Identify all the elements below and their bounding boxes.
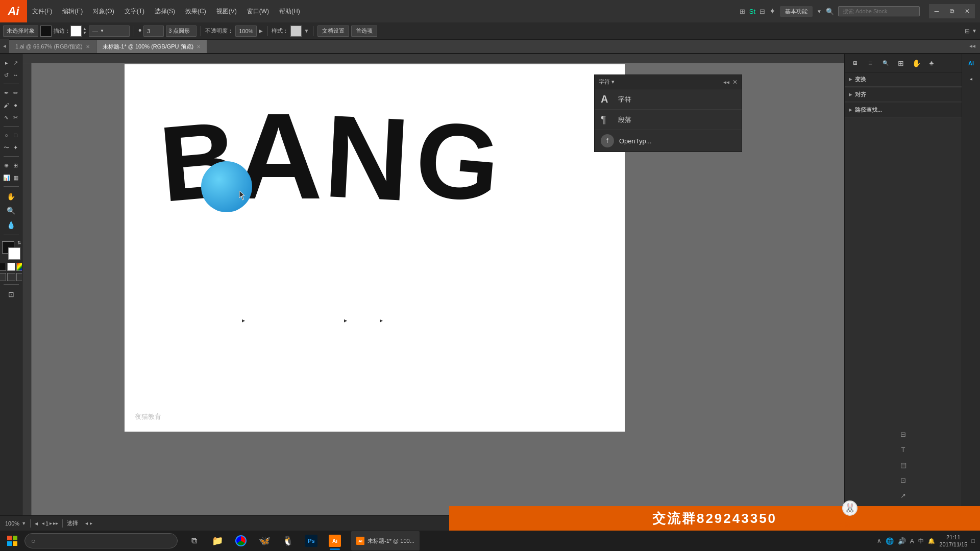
qq-button[interactable]: 🐧 bbox=[277, 531, 299, 551]
workspace-dropdown-icon[interactable]: ▼ bbox=[817, 9, 822, 14]
style-swatch[interactable] bbox=[290, 26, 302, 37]
panel-link-icon[interactable]: ⊡ bbox=[897, 473, 910, 487]
workspace-button[interactable]: 基本功能 bbox=[780, 6, 813, 17]
panel-icon-4[interactable]: ⊞ bbox=[894, 57, 908, 70]
rotate-tool[interactable]: ↺ bbox=[2, 69, 11, 81]
notification-icon[interactable]: 🔔 bbox=[928, 538, 935, 544]
open-window-item[interactable]: Ai 未标题-1* @ 100... bbox=[351, 531, 420, 550]
panel-collapse-left[interactable]: ◂ bbox=[0, 39, 9, 53]
doc-settings-button[interactable]: 文档设置 bbox=[317, 26, 349, 37]
opacity-right-arrow[interactable]: ▶ bbox=[259, 28, 263, 34]
notification-panel-icon[interactable]: □ bbox=[971, 538, 975, 544]
stroke-style-dropdown[interactable]: —▼ bbox=[89, 26, 130, 37]
ellipse-tool[interactable]: ○ bbox=[2, 130, 11, 141]
tray-expand-icon[interactable]: ∧ bbox=[877, 537, 881, 544]
minimize-button[interactable]: ─ bbox=[929, 4, 944, 18]
pencil-tool[interactable]: ✏ bbox=[11, 87, 20, 98]
volume-icon[interactable]: 🔊 bbox=[898, 537, 906, 545]
explorer-button[interactable]: 📁 bbox=[206, 531, 229, 551]
page-controls[interactable]: ◂ 1 ▸ ▸▸ bbox=[42, 520, 58, 527]
menu-window[interactable]: 窗口(W) bbox=[242, 0, 274, 22]
menu-effect[interactable]: 效果(C) bbox=[180, 0, 211, 22]
stroke-down-arrow[interactable]: ▼ bbox=[83, 31, 87, 35]
pen-tool[interactable]: ✒ bbox=[2, 87, 11, 98]
direct-selection-tool[interactable]: ↗ bbox=[11, 57, 20, 68]
white-swatch[interactable] bbox=[7, 263, 15, 271]
search-input[interactable] bbox=[838, 6, 920, 16]
tab-1[interactable]: 1.ai @ 66.67% (RGB/预览) ✕ bbox=[9, 40, 96, 53]
task-view-button[interactable]: ⧉ bbox=[183, 531, 205, 551]
point-style-dropdown[interactable]: 3 点圆形 bbox=[166, 26, 197, 37]
menu-edit[interactable]: 编辑(E) bbox=[57, 0, 88, 22]
zoom-tool[interactable]: 🔍 bbox=[2, 204, 20, 217]
panel-export-icon[interactable]: ↗ bbox=[897, 489, 910, 502]
brush-tool[interactable]: 🖌 bbox=[2, 99, 11, 111]
status-expand-right[interactable]: ▸ bbox=[90, 520, 92, 526]
layout-icon[interactable]: ⊟ bbox=[760, 8, 765, 15]
panel-layer-icon[interactable]: ▤ bbox=[897, 458, 910, 471]
panel-icon-1[interactable]: ⊞ bbox=[848, 57, 862, 70]
last-page-arrow[interactable]: ▸▸ bbox=[53, 520, 58, 526]
tab-2[interactable]: 未标题-1* @ 100% (RGB/GPU 预览) ✕ bbox=[96, 40, 208, 53]
menu-file[interactable]: 文件(F) bbox=[27, 0, 57, 22]
touch-tool[interactable]: ✋ bbox=[2, 190, 20, 203]
network-icon[interactable]: 🌐 bbox=[886, 537, 894, 545]
pattern-mode[interactable] bbox=[16, 273, 23, 281]
fill-color-swatch[interactable] bbox=[40, 26, 52, 37]
menu-type[interactable]: 文字(T) bbox=[119, 0, 150, 22]
menu-help[interactable]: 帮助(H) bbox=[274, 0, 305, 22]
blob-brush-tool[interactable]: ● bbox=[11, 99, 20, 111]
menu-view[interactable]: 视图(V) bbox=[211, 0, 242, 22]
artboard-tool[interactable]: ⊡ bbox=[2, 288, 20, 301]
black-swatch[interactable] bbox=[0, 263, 6, 271]
chart-tool[interactable]: 📊 bbox=[2, 172, 11, 183]
transform-collapse-arrow[interactable]: ▶ bbox=[849, 77, 852, 82]
curvature-tool[interactable]: ∿ bbox=[2, 112, 11, 123]
arrange-icon[interactable]: ⊞ bbox=[740, 8, 745, 15]
scissors-tool[interactable]: ✂ bbox=[11, 112, 20, 123]
restore-button[interactable]: ⧉ bbox=[944, 4, 960, 18]
keyboard-icon[interactable]: A bbox=[910, 537, 915, 545]
shape-builder-tool[interactable]: ⊞ bbox=[11, 160, 20, 171]
character-panel-item[interactable]: A 字符 bbox=[595, 89, 742, 110]
column-tool[interactable]: ▦ bbox=[11, 172, 20, 183]
rs-icon-1[interactable]: Ai bbox=[964, 56, 978, 70]
pathfinder-collapse-arrow[interactable]: ▶ bbox=[849, 108, 852, 112]
rs-icon-collapse[interactable]: ◂ bbox=[964, 71, 978, 86]
background-color[interactable] bbox=[8, 247, 20, 260]
free-transform-tool[interactable]: ⊕ bbox=[2, 160, 11, 171]
document-canvas[interactable]: B A N G ◂ ◂ ◂ 夜猫教育 bbox=[125, 64, 625, 432]
reflect-tool[interactable]: ↔ bbox=[11, 69, 20, 81]
close-button[interactable]: ✕ bbox=[960, 4, 975, 18]
tab-1-close[interactable]: ✕ bbox=[86, 44, 90, 49]
status-expand-left[interactable]: ◂ bbox=[85, 520, 88, 526]
selection-tool[interactable]: ▸ bbox=[2, 57, 11, 68]
taskbar-clock[interactable]: 21:11 2017/11/15 bbox=[939, 534, 967, 548]
blue-circle[interactable] bbox=[201, 161, 252, 212]
align-collapse-arrow[interactable]: ▶ bbox=[849, 92, 852, 97]
panel-text-icon[interactable]: T bbox=[897, 443, 910, 456]
gradient-mode[interactable] bbox=[7, 273, 15, 281]
twist-tool[interactable]: ✦ bbox=[11, 142, 20, 153]
arrange-panel-icon[interactable]: ⊟ bbox=[965, 28, 970, 35]
stroke-color-swatch[interactable] bbox=[70, 26, 82, 37]
eyedropper-tool[interactable]: 💧 bbox=[2, 218, 20, 232]
preferences-button[interactable]: 首选项 bbox=[351, 26, 377, 37]
taskbar-search[interactable]: ○ bbox=[24, 533, 178, 548]
tab-2-close[interactable]: ✕ bbox=[197, 44, 201, 49]
panel-collapse-button[interactable]: ◂◂ bbox=[723, 79, 729, 86]
panel-icon-3[interactable]: 🔍 bbox=[878, 57, 893, 70]
right-page-arrow[interactable]: ▸ bbox=[50, 520, 52, 526]
feishu-button[interactable]: 🦋 bbox=[253, 531, 276, 551]
photoshop-button[interactable]: Ps bbox=[300, 531, 323, 551]
panel-icon-5[interactable]: ✋ bbox=[909, 57, 923, 70]
paragraph-panel-item[interactable]: ¶ 段落 bbox=[595, 110, 742, 130]
panel-table-icon[interactable]: ⊟ bbox=[897, 428, 910, 441]
rect-tool[interactable]: □ bbox=[11, 130, 20, 141]
chrome-button[interactable] bbox=[230, 531, 252, 551]
panel-collapse-right[interactable]: ◂◂ bbox=[968, 39, 977, 53]
arrange-panel-arrow[interactable]: ▼ bbox=[972, 28, 977, 34]
opentype-panel-item[interactable]: f OpenTyp... bbox=[595, 130, 742, 152]
style-arrow[interactable]: ▼ bbox=[304, 28, 309, 34]
warp-tool[interactable]: 〜 bbox=[2, 142, 11, 153]
